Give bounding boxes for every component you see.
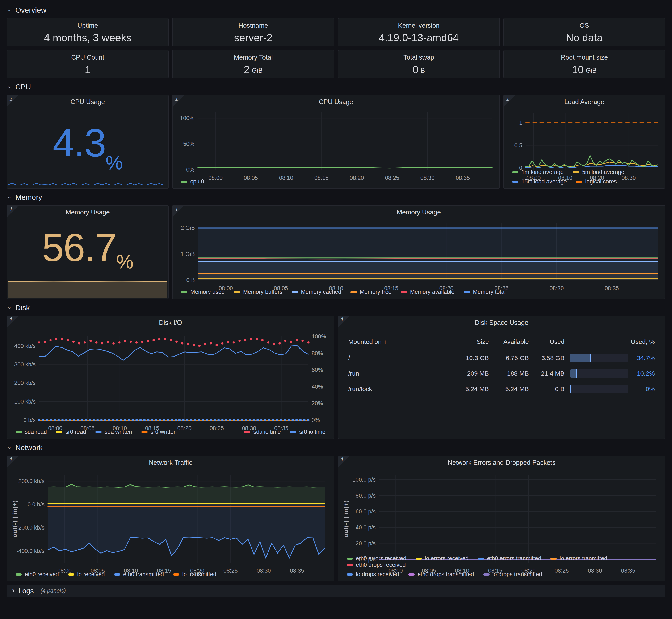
legend-item[interactable]: lo received <box>68 571 105 578</box>
legend-item[interactable]: 5m load average <box>573 169 624 176</box>
svg-text:400 kb/s: 400 kb/s <box>14 343 36 349</box>
legend-item[interactable]: logical cores <box>576 178 617 185</box>
load-average-chart-panel[interactable]: i Load Average 08:0008:1008:2008:3000.51… <box>503 95 665 189</box>
legend-item[interactable]: cpu 0 <box>181 178 204 185</box>
panel-title[interactable]: Memory Usage <box>7 209 168 216</box>
stat-panel-hostname[interactable]: Hostname server-2 <box>172 18 334 46</box>
section-row-logs-collapsed[interactable]: › Logs (4 panels) <box>7 584 665 597</box>
stat-value: No data <box>566 32 603 44</box>
legend-item[interactable]: 15m load average <box>512 178 567 185</box>
panel-title[interactable]: Load Average <box>504 98 665 106</box>
stat-panel-cpu-count[interactable]: CPU Count 1 <box>7 50 169 78</box>
stat-panel-os[interactable]: OS No data <box>503 18 665 46</box>
legend-item[interactable]: eth0 errors tranmitted <box>478 555 541 562</box>
section-title-overview: Overview <box>15 6 46 14</box>
panel-title[interactable]: Disk I/O <box>7 319 334 327</box>
legend-item[interactable]: sr0 written <box>141 429 177 435</box>
panel-title[interactable]: Network Traffic <box>7 459 334 467</box>
legend-item[interactable]: lo drops received <box>347 571 399 578</box>
section-row-network[interactable]: ⌄ Network <box>7 442 665 453</box>
legend-item[interactable]: Memory total <box>464 289 506 295</box>
legend-item[interactable]: lo errors tranmitted <box>550 555 607 562</box>
svg-text:80%: 80% <box>312 350 323 356</box>
column-header-available[interactable]: Available <box>492 338 532 345</box>
legend-swatch-icon <box>483 573 490 575</box>
panel-info-icon[interactable]: i <box>173 95 184 107</box>
section-row-cpu[interactable]: ⌄ CPU <box>7 81 665 92</box>
legend-item[interactable]: eth0 drops received <box>347 562 406 568</box>
memory-usage-chart-panel[interactable]: i Memory Usage 08:0008:0508:1008:1508:20… <box>172 205 665 299</box>
legend-item[interactable]: sda io time <box>244 429 281 435</box>
chart-legend: eth0 errors receivedlo errors receivedet… <box>338 551 665 581</box>
stat-panel-uptime[interactable]: Uptime 4 months, 3 weeks <box>7 18 169 46</box>
panel-info-icon[interactable]: i <box>504 95 515 107</box>
legend-item[interactable]: 1m load average <box>512 169 564 176</box>
panel-title[interactable]: CPU Usage <box>173 98 499 106</box>
stat-panel-root-mount-size[interactable]: Root mount size 10GiB <box>503 50 665 78</box>
memory-usage-stat-panel[interactable]: i Memory Usage 56.7 % <box>7 205 169 299</box>
column-header-size[interactable]: Size <box>455 338 492 345</box>
network-errors-timeseries[interactable]: 08:0008:0508:1008:1508:2008:2508:3008:35… <box>338 467 665 551</box>
svg-text:20.0 p/s: 20.0 p/s <box>355 540 375 547</box>
legend-item[interactable]: Memory cached <box>292 289 341 295</box>
legend-item[interactable]: sda read <box>15 429 47 435</box>
collapse-caret-icon: ⌄ <box>7 443 12 450</box>
section-row-memory[interactable]: ⌄ Memory <box>7 192 665 203</box>
panel-info-icon[interactable]: i <box>7 95 18 107</box>
disk-io-timeseries[interactable]: 08:0008:0508:1008:1508:2008:2508:3008:35… <box>7 327 334 424</box>
collapse-caret-icon: ⌄ <box>7 83 12 89</box>
legend-item[interactable]: eth0 received <box>15 571 59 578</box>
cpu-usage-timeseries[interactable]: 08:0008:0508:1008:1508:2008:2508:3008:35… <box>173 106 499 174</box>
stat-panel-total-swap[interactable]: Total swap 0B <box>338 50 500 78</box>
network-traffic-timeseries[interactable]: 08:0008:0508:1008:1508:2008:2508:3008:35… <box>7 467 334 567</box>
column-header-used[interactable]: Used <box>532 338 567 345</box>
network-errors-chart-panel[interactable]: i Network Errors and Dropped Packets 08:… <box>338 456 666 581</box>
panel-title[interactable]: Memory Usage <box>173 209 665 216</box>
disk-space-usage-panel[interactable]: i Disk Space Usage Mounted on↑ Size Avai… <box>338 316 666 439</box>
section-row-overview[interactable]: ⌄ Overview <box>7 5 665 15</box>
panel-title[interactable]: CPU Usage <box>7 98 168 106</box>
panel-info-icon[interactable]: i <box>7 456 18 467</box>
legend-item[interactable]: Memory used <box>181 289 225 295</box>
cpu-usage-chart-panel[interactable]: i CPU Usage 08:0008:0508:1008:1508:2008:… <box>172 95 500 189</box>
legend-swatch-icon <box>141 431 147 433</box>
section-row-disk[interactable]: ⌄ Disk <box>7 302 665 313</box>
column-header-used-pct[interactable]: Used, % <box>567 338 658 345</box>
svg-text:0%: 0% <box>312 417 320 423</box>
panel-info-icon[interactable]: i <box>173 206 184 217</box>
panel-title[interactable]: Disk Space Usage <box>338 319 665 327</box>
load-average-timeseries[interactable]: 08:0008:1008:2008:3000.51 <box>504 106 665 165</box>
disk-io-chart-panel[interactable]: i Disk I/O 08:0008:0508:1008:1508:2008:2… <box>7 316 334 439</box>
svg-text:0.5: 0.5 <box>514 142 522 149</box>
legend-item[interactable]: Memory free <box>351 289 392 295</box>
legend-item[interactable]: sr0 read <box>56 429 86 435</box>
column-header-mounted-on[interactable]: Mounted on↑ <box>346 338 455 345</box>
legend-item[interactable]: Memory buffers <box>234 289 283 295</box>
memory-usage-timeseries[interactable]: 08:0008:0508:1008:1508:2008:2508:3008:35… <box>173 216 665 284</box>
stat-panel-kernel-version[interactable]: Kernel version 4.19.0-13-amd64 <box>338 18 500 46</box>
network-traffic-chart-panel[interactable]: i Network Traffic 08:0008:0508:1008:1508… <box>7 456 334 581</box>
legend-item[interactable]: lo transmitted <box>173 571 216 578</box>
panel-info-icon[interactable]: i <box>7 206 18 217</box>
legend-item[interactable]: eth0 transmitted <box>114 571 164 578</box>
usage-pct-label: 34.7% <box>633 354 655 361</box>
stat-panel-memory-total[interactable]: Memory Total 2GiB <box>172 50 334 78</box>
legend-item[interactable]: sda written <box>95 429 132 435</box>
panel-info-icon[interactable]: i <box>338 316 350 327</box>
legend-item[interactable]: eth0 drops transmitted <box>408 571 474 578</box>
cell-mount: / <box>346 354 455 361</box>
legend-label: lo errors tranmitted <box>560 555 607 562</box>
legend-item[interactable]: Memory available <box>401 289 455 295</box>
legend-item[interactable]: sr0 io time <box>290 429 325 435</box>
legend-label: 15m load average <box>522 178 567 185</box>
legend-item[interactable]: lo drops transmitted <box>483 571 542 578</box>
legend-item[interactable]: lo errors received <box>416 555 469 562</box>
cell-used: 0 B <box>532 386 567 393</box>
cpu-usage-stat-panel[interactable]: i CPU Usage 4.3 % <box>7 95 169 189</box>
panel-info-icon[interactable]: i <box>7 316 18 327</box>
panel-title[interactable]: Network Errors and Dropped Packets <box>338 459 665 467</box>
legend-item[interactable]: eth0 errors received <box>347 555 406 562</box>
chart-legend: sda readsr0 readsda writtensr0 writtensd… <box>7 424 334 438</box>
panel-info-icon[interactable]: i <box>338 456 350 467</box>
cell-available: 6.75 GB <box>492 354 532 361</box>
